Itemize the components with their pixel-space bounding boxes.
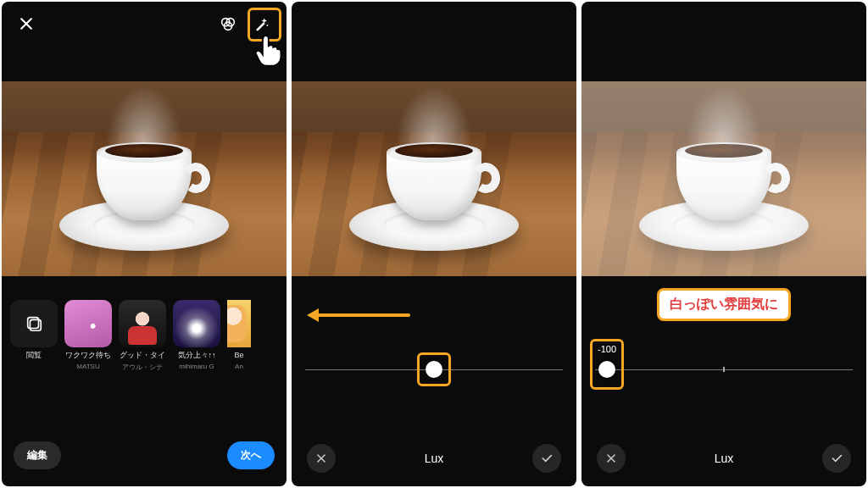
close-icon[interactable] bbox=[12, 9, 41, 38]
filter-title: Be bbox=[234, 351, 243, 359]
svg-rect-5 bbox=[30, 319, 41, 330]
arrow-line bbox=[317, 313, 410, 317]
overlap-circles-icon[interactable] bbox=[214, 9, 242, 38]
slider-knob[interactable] bbox=[598, 361, 615, 378]
bottom-bar: Lux bbox=[581, 437, 866, 486]
filter-title: グッド・タイ bbox=[120, 351, 165, 359]
confirm-button[interactable] bbox=[532, 444, 561, 473]
tool-name-label: Lux bbox=[425, 452, 444, 465]
filter-item-0[interactable]: ワクワク待ち MATSU bbox=[64, 300, 112, 372]
filter-label: 閲覧 bbox=[26, 351, 42, 359]
filter-item-3[interactable]: Be An bbox=[227, 300, 251, 372]
topbar bbox=[2, 2, 287, 46]
filter-thumb bbox=[227, 300, 251, 347]
filter-item-1[interactable]: グッド・タイ アウル・シテ bbox=[119, 300, 166, 372]
preview-photo bbox=[581, 81, 866, 276]
filter-item-2[interactable]: 気分上々↑↑ mihimaru G bbox=[173, 300, 220, 372]
screen-3-lux-result: 白っぽい雰囲気に -100 Lux bbox=[581, 2, 866, 486]
preview-photo bbox=[2, 81, 287, 276]
screen-1-filter-select: 閲覧 ワクワク待ち MATSU グッド・タイ アウル・シテ 気分上々↑↑ mih… bbox=[2, 2, 287, 486]
slider-area bbox=[292, 276, 576, 437]
screen-2-lux-slider: Lux bbox=[292, 2, 576, 486]
filter-browse[interactable]: 閲覧 bbox=[10, 300, 58, 372]
slider-area: -100 bbox=[581, 276, 866, 437]
filter-subtitle: アウル・シテ bbox=[122, 363, 163, 372]
bottom-bar: 編集 次へ bbox=[2, 432, 287, 486]
filter-subtitle: MATSU bbox=[76, 363, 99, 370]
next-button[interactable]: 次へ bbox=[227, 441, 275, 469]
filter-title: ワクワク待ち bbox=[65, 351, 111, 359]
slider-center-tick bbox=[723, 367, 725, 372]
svg-point-3 bbox=[267, 25, 269, 26]
preview-photo bbox=[292, 81, 576, 276]
slider-value-label: -100 bbox=[598, 344, 616, 354]
filter-thumb bbox=[173, 300, 220, 347]
wash-overlay bbox=[581, 81, 866, 276]
slider-knob[interactable] bbox=[426, 361, 442, 378]
edit-button[interactable]: 編集 bbox=[14, 441, 61, 469]
bottom-bar: Lux bbox=[292, 437, 576, 486]
confirm-button[interactable] bbox=[822, 444, 851, 473]
filter-thumb bbox=[119, 300, 166, 347]
browse-icon bbox=[10, 300, 58, 347]
filter-subtitle: mihimaru G bbox=[179, 363, 214, 370]
magic-wand-icon[interactable] bbox=[248, 9, 276, 38]
filter-strip: 閲覧 ワクワク待ち MATSU グッド・タイ アウル・シテ 気分上々↑↑ mih… bbox=[2, 276, 287, 372]
filter-title: 気分上々↑↑ bbox=[178, 351, 216, 359]
filter-thumb bbox=[64, 300, 112, 347]
cancel-button[interactable] bbox=[307, 444, 336, 473]
filter-subtitle: An bbox=[235, 363, 243, 370]
topbar bbox=[292, 2, 576, 46]
topbar bbox=[581, 2, 866, 46]
cancel-button[interactable] bbox=[597, 444, 626, 473]
tool-name-label: Lux bbox=[715, 452, 734, 465]
